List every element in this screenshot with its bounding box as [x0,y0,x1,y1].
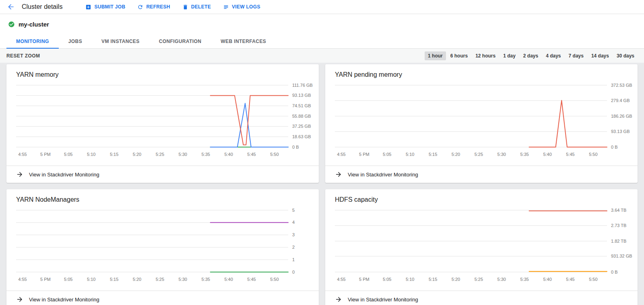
svg-text:5:40: 5:40 [224,277,233,282]
chart-title: YARN pending memory [325,64,638,80]
page-title: Cluster details [22,3,62,10]
svg-text:5:30: 5:30 [179,152,187,157]
stackdriver-link[interactable]: View in Stackdriver Monitoring [325,166,638,183]
svg-text:5:25: 5:25 [156,152,164,157]
svg-text:5:05: 5:05 [383,277,391,282]
yarn-nodemanagers-chart[interactable]: 5432104:555 PM5:055:105:155:205:255:305:… [16,205,315,290]
svg-text:5:10: 5:10 [87,277,95,282]
stackdriver-link[interactable]: View in Stackdriver Monitoring [325,291,638,305]
arrow-forward-icon [335,296,342,303]
submit-job-button[interactable]: SUBMIT JOB [79,0,131,14]
time-range-1-hour[interactable]: 1 hour [425,51,446,60]
cluster-header: my-cluster [0,14,644,34]
svg-text:0 B: 0 B [292,145,299,149]
submit-job-icon [85,4,91,10]
svg-text:5:35: 5:35 [201,152,210,157]
time-range-7-days[interactable]: 7 days [566,51,587,60]
stackdriver-link-label: View in Stackdriver Monitoring [348,297,418,303]
stackdriver-link[interactable]: View in Stackdriver Monitoring [6,291,319,305]
tab-monitoring[interactable]: MONITORING [6,34,59,48]
svg-text:5:05: 5:05 [64,277,72,282]
refresh-icon [137,4,143,10]
svg-text:5:45: 5:45 [566,152,574,157]
svg-text:5 PM: 5 PM [359,277,369,282]
svg-text:931.32 GB: 931.32 GB [611,254,632,258]
delete-icon [182,4,188,10]
yarn-nodemanagers-card: YARN NodeManagers 5432104:555 PM5:055:10… [6,189,319,305]
chart-title: YARN memory [6,64,319,80]
svg-text:5:15: 5:15 [110,277,118,282]
svg-text:37.25 GB: 37.25 GB [292,124,311,129]
svg-text:5:30: 5:30 [179,277,187,282]
yarn-pending-memory-chart[interactable]: 372.53 GB279.4 GB186.26 GB93.13 GB0 B4:5… [335,80,634,165]
arrow-forward-icon [16,296,23,303]
stackdriver-link-label: View in Stackdriver Monitoring [29,297,99,303]
svg-text:4:55: 4:55 [18,152,27,157]
svg-text:279.4 GB: 279.4 GB [611,98,630,103]
svg-text:5:40: 5:40 [224,152,233,157]
svg-text:2.73 TB: 2.73 TB [611,223,626,228]
chart-plot-area: 372.53 GB279.4 GB186.26 GB93.13 GB0 B4:5… [325,80,638,166]
time-range-4-days[interactable]: 4 days [543,51,564,60]
yarn-pending-memory-card: YARN pending memory 372.53 GB279.4 GB186… [325,64,638,183]
stackdriver-link-label: View in Stackdriver Monitoring [29,172,99,178]
toolbar-actions: SUBMIT JOB REFRESH DELETE VIEW LOGS [79,0,266,14]
hdfs-capacity-card: HDFS capacity 3.64 TB2.73 TB1.82 TB931.3… [325,189,638,305]
time-range-6-hours[interactable]: 6 hours [447,51,471,60]
svg-text:5:35: 5:35 [520,152,528,157]
back-button[interactable] [6,2,16,12]
svg-text:93.13 GB: 93.13 GB [292,93,311,98]
top-app-bar: Cluster details SUBMIT JOB REFRESH DELET… [0,0,644,14]
tab-vm-instances[interactable]: VM INSTANCES [92,34,149,48]
svg-text:5:50: 5:50 [270,152,279,157]
svg-text:0 B: 0 B [611,270,618,274]
svg-text:4:55: 4:55 [337,277,345,282]
charts-grid: YARN memory 111.76 GB93.13 GB74.51 GB55.… [0,63,644,305]
arrow-forward-icon [335,171,342,178]
tab-bar: MONITORING JOBS VM INSTANCES CONFIGURATI… [0,34,644,49]
view-logs-button[interactable]: VIEW LOGS [217,0,266,14]
stackdriver-link[interactable]: View in Stackdriver Monitoring [6,166,319,183]
svg-text:5:30: 5:30 [497,152,506,157]
submit-job-label: SUBMIT JOB [94,4,125,10]
svg-text:186.26 GB: 186.26 GB [611,114,632,119]
time-range-2-days[interactable]: 2 days [520,51,541,60]
time-range-12-hours[interactable]: 12 hours [472,51,499,60]
svg-text:5:05: 5:05 [64,152,72,157]
time-range-14-days[interactable]: 14 days [588,51,612,60]
svg-text:5:25: 5:25 [475,152,483,157]
yarn-memory-chart[interactable]: 111.76 GB93.13 GB74.51 GB55.88 GB37.25 G… [16,80,315,165]
svg-text:18.63 GB: 18.63 GB [292,134,311,139]
svg-text:5:05: 5:05 [383,152,391,157]
svg-text:2: 2 [292,245,295,250]
svg-text:5:15: 5:15 [429,277,437,282]
delete-button[interactable]: DELETE [176,0,217,14]
view-logs-label: VIEW LOGS [232,4,260,10]
svg-text:5:50: 5:50 [270,277,279,282]
chart-plot-area: 3.64 TB2.73 TB1.82 TB931.32 GB0 B4:555 P… [325,205,638,291]
svg-text:372.53 GB: 372.53 GB [611,83,632,88]
refresh-button[interactable]: REFRESH [131,0,176,14]
svg-text:4:55: 4:55 [18,277,27,282]
svg-text:5:15: 5:15 [110,152,118,157]
time-range-30-days[interactable]: 30 days [613,51,638,60]
hdfs-capacity-chart[interactable]: 3.64 TB2.73 TB1.82 TB931.32 GB0 B4:555 P… [335,205,634,290]
tab-jobs[interactable]: JOBS [59,34,92,48]
svg-text:3.64 TB: 3.64 TB [611,208,626,213]
svg-text:0 B: 0 B [611,145,618,149]
view-logs-icon [223,4,229,10]
cluster-name: my-cluster [19,21,49,28]
stackdriver-link-label: View in Stackdriver Monitoring [348,172,418,178]
svg-text:5:35: 5:35 [201,277,210,282]
svg-text:5:10: 5:10 [406,152,414,157]
back-arrow-icon [7,3,15,11]
svg-text:5:20: 5:20 [452,277,460,282]
time-range-1-day[interactable]: 1 day [500,51,519,60]
reset-zoom-button[interactable]: RESET ZOOM [6,53,40,59]
chart-title: HDFS capacity [325,189,638,205]
refresh-label: REFRESH [146,4,170,10]
svg-text:1: 1 [292,257,295,262]
tab-web-interfaces[interactable]: WEB INTERFACES [211,34,276,48]
svg-text:5:30: 5:30 [497,277,506,282]
tab-configuration[interactable]: CONFIGURATION [149,34,211,48]
